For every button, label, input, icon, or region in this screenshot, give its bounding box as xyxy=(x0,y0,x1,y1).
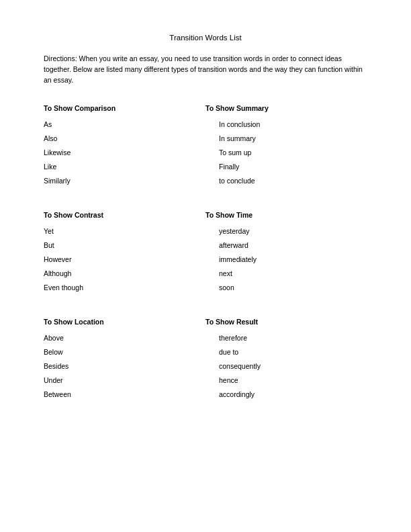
section-col-1-left: To Show ContrastYetButHoweverAlthoughEve… xyxy=(44,211,205,298)
word-item-0-right-4: to conclude xyxy=(205,177,367,185)
word-item-2-left-3: Under xyxy=(44,376,205,384)
word-item-2-left-4: Between xyxy=(44,390,205,398)
word-item-1-left-0: Yet xyxy=(44,227,205,235)
word-item-2-right-3: hence xyxy=(205,376,367,384)
section-heading-2-left: To Show Location xyxy=(44,318,205,326)
word-item-2-left-0: Above xyxy=(44,334,205,342)
word-item-2-right-0: therefore xyxy=(205,334,367,342)
directions-text: Directions: When you write an essay, you… xyxy=(44,54,367,85)
word-item-2-right-4: accordingly xyxy=(205,390,367,398)
section-heading-0-right: To Show Summary xyxy=(205,104,367,112)
page-title: Transition Words List xyxy=(44,34,367,42)
word-item-1-left-1: But xyxy=(44,241,205,249)
word-item-0-right-1: In summary xyxy=(205,134,367,142)
section-col-2-right: To Show Resultthereforedue toconsequentl… xyxy=(205,318,367,404)
section-heading-1-left: To Show Contrast xyxy=(44,211,205,219)
section-row-0: To Show ComparisonAsAlsoLikewiseLikeSimi… xyxy=(44,104,367,191)
word-item-0-right-0: In conclusion xyxy=(205,120,367,128)
word-item-2-left-1: Below xyxy=(44,348,205,356)
word-item-0-left-0: As xyxy=(44,120,205,128)
word-item-0-right-2: To sum up xyxy=(205,148,367,157)
section-col-0-left: To Show ComparisonAsAlsoLikewiseLikeSimi… xyxy=(44,104,205,191)
word-item-1-right-4: soon xyxy=(205,283,367,292)
word-item-1-left-2: However xyxy=(44,255,205,263)
section-row-1: To Show ContrastYetButHoweverAlthoughEve… xyxy=(44,211,367,298)
word-item-1-right-1: afterward xyxy=(205,241,367,249)
word-item-0-left-3: Like xyxy=(44,163,205,171)
sections-grid: To Show ComparisonAsAlsoLikewiseLikeSimi… xyxy=(44,104,367,425)
section-col-0-right: To Show SummaryIn conclusionIn summaryTo… xyxy=(205,104,367,191)
word-item-0-left-4: Similarly xyxy=(44,177,205,185)
word-item-2-right-2: consequently xyxy=(205,362,367,370)
word-item-0-left-1: Also xyxy=(44,134,205,142)
word-item-1-left-4: Even though xyxy=(44,283,205,292)
word-item-1-right-2: immediately xyxy=(205,255,367,263)
section-col-1-right: To Show Timeyesterdayafterwardimmediatel… xyxy=(205,211,367,298)
section-heading-2-right: To Show Result xyxy=(205,318,367,326)
word-item-0-left-2: Likewise xyxy=(44,148,205,157)
word-item-2-left-2: Besides xyxy=(44,362,205,370)
word-item-1-right-3: next xyxy=(205,269,367,277)
section-heading-0-left: To Show Comparison xyxy=(44,104,205,112)
section-row-2: To Show LocationAboveBelowBesidesUnderBe… xyxy=(44,318,367,404)
word-item-1-left-3: Although xyxy=(44,269,205,277)
section-heading-1-right: To Show Time xyxy=(205,211,367,219)
section-col-2-left: To Show LocationAboveBelowBesidesUnderBe… xyxy=(44,318,205,404)
word-item-0-right-3: Finally xyxy=(205,163,367,171)
word-item-1-right-0: yesterday xyxy=(205,227,367,235)
word-item-2-right-1: due to xyxy=(205,348,367,356)
